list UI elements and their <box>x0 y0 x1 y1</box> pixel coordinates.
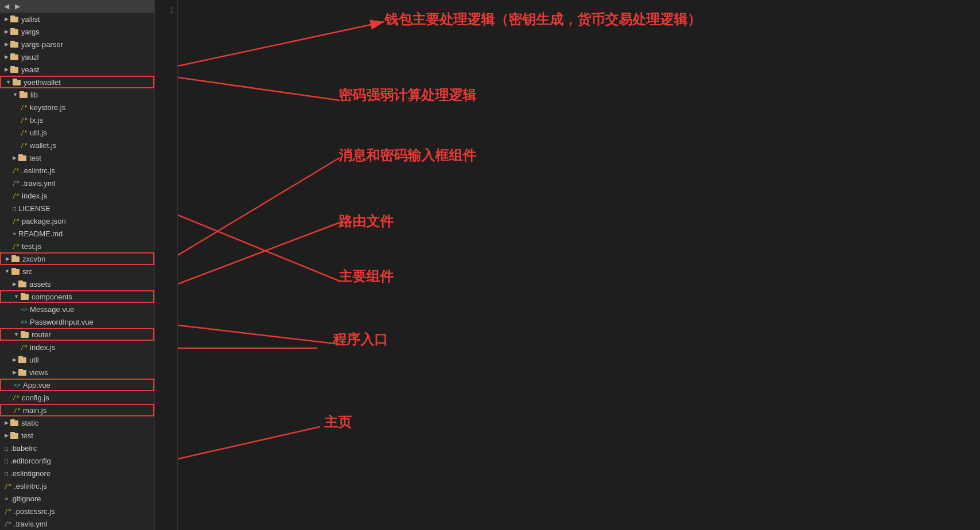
item-label: .gitignore <box>10 494 41 503</box>
annotation-label6: 程序入口 <box>333 330 388 349</box>
sidebar-item-yallist[interactable]: ▶ yallist <box>0 13 154 25</box>
sidebar-item-keystore-js[interactable]: /*keystore.js <box>0 101 154 114</box>
sidebar-item-gitignore[interactable]: ≡.gitignore <box>0 492 154 505</box>
svg-line-3 <box>178 223 340 284</box>
item-label: test <box>29 154 41 162</box>
item-label: index.js <box>30 343 55 352</box>
item-label: .travis.yml <box>22 179 56 188</box>
annotation-arrows-svg <box>178 0 980 530</box>
item-label: yoethwallet <box>24 78 61 87</box>
item-label: main.js <box>23 406 46 415</box>
item-label: yargs <box>21 28 40 36</box>
item-label: index.js <box>22 192 47 200</box>
svg-line-5 <box>178 325 340 344</box>
sidebar-item-views[interactable]: ▶ views <box>0 366 154 379</box>
sidebar-item-license[interactable]: □LICENSE <box>0 202 154 215</box>
annotation-label5: 主要组件 <box>339 267 394 286</box>
sidebar-item-router-index-js[interactable]: /*index.js <box>0 341 154 353</box>
item-label: src <box>22 267 32 276</box>
annotation-label2: 密码强弱计算处理逻辑 <box>339 86 476 104</box>
sidebar-item-app-vue[interactable]: <>App.vue <box>0 379 154 391</box>
sidebar-item-yargs-parser[interactable]: ▶ yargs-parser <box>0 38 154 50</box>
sidebar-item-eslintrc-js2[interactable]: /*.eslintrc.js <box>0 480 154 492</box>
sidebar-item-util-js[interactable]: /*util.js <box>0 126 154 139</box>
file-tree-sidebar[interactable]: ◀ ▶ ▶ yallist▶ yargs▶ yargs-parser▶ yauz… <box>0 0 155 530</box>
line-numbers: 1 <box>155 0 178 530</box>
svg-line-2 <box>178 158 340 255</box>
svg-line-1 <box>178 77 340 100</box>
sidebar-item-router[interactable]: ▼ router <box>0 328 154 341</box>
item-label: zxcvbn <box>22 255 45 263</box>
item-label: PasswordInput.vue <box>30 318 94 326</box>
item-label: wallet.js <box>30 141 56 150</box>
sidebar-item-wallet-js[interactable]: /*wallet.js <box>0 139 154 151</box>
sidebar-item-eslintrc-js[interactable]: /*.eslintrc.js <box>0 164 154 177</box>
sidebar-item-yeast[interactable]: ▶ yeast <box>0 63 154 76</box>
annotation-label4: 路由文件 <box>339 212 394 231</box>
sidebar-item-test-js[interactable]: /*test.js <box>0 240 154 252</box>
item-label: LICENSE <box>18 204 50 213</box>
sidebar-item-editorconfig[interactable]: □.editorconfig <box>0 454 154 467</box>
navigation-arrows: ◀ ▶ <box>0 0 155 13</box>
editor-area: 1 <box>155 0 980 530</box>
sidebar-item-src[interactable]: ▼ src <box>0 265 154 278</box>
sidebar-item-tx-js[interactable]: /*tx.js <box>0 114 154 126</box>
sidebar-item-travis-yml2[interactable]: /*.travis.yml <box>0 517 154 530</box>
sidebar-item-main-js[interactable]: /*main.js <box>0 404 154 416</box>
sidebar-item-yoethwallet[interactable]: ▼ yoethwallet <box>0 76 154 88</box>
item-label: components <box>32 293 72 301</box>
annotation-label7: 主页 <box>324 413 352 431</box>
item-label: yargs-parser <box>21 40 63 49</box>
item-label: package.json <box>22 217 66 225</box>
sidebar-item-babelrc[interactable]: □.babelrc <box>0 442 154 454</box>
item-label: App.vue <box>23 381 50 389</box>
sidebar-item-eslintignore[interactable]: □.eslintignore <box>0 467 154 480</box>
sidebar-item-zxcvbn[interactable]: ▶ zxcvbn <box>0 252 154 265</box>
tree-container: ▶ yallist▶ yargs▶ yargs-parser▶ yauzl▶ y… <box>0 13 154 530</box>
item-label: .eslintrc.js <box>14 482 47 490</box>
sidebar-item-yauzl[interactable]: ▶ yauzl <box>0 50 154 63</box>
sidebar-item-travis-yml[interactable]: /*.travis.yml <box>0 177 154 189</box>
item-label: util <box>29 356 39 364</box>
forward-arrow[interactable]: ▶ <box>13 2 22 10</box>
svg-line-0 <box>178 22 384 66</box>
sidebar-item-postcssrc-js[interactable]: /*.postcssrc.js <box>0 505 154 517</box>
item-label: util.js <box>30 128 47 137</box>
back-arrow[interactable]: ◀ <box>2 2 11 10</box>
item-label: yeast <box>21 65 39 74</box>
sidebar-item-test[interactable]: ▶ test <box>0 151 154 164</box>
item-label: .babelrc <box>10 444 37 453</box>
sidebar-item-lib[interactable]: ▼ lib <box>0 88 154 101</box>
sidebar-item-util[interactable]: ▶ util <box>0 353 154 366</box>
sidebar-item-assets[interactable]: ▶ assets <box>0 278 154 290</box>
sidebar-item-package-json[interactable]: /*package.json <box>0 215 154 227</box>
item-label: test <box>21 431 33 440</box>
item-label: README.md <box>18 229 63 238</box>
item-label: lib <box>30 91 38 99</box>
sidebar-item-yargs[interactable]: ▶ yargs <box>0 25 154 38</box>
annotation-label3: 消息和密码输入框组件 <box>339 146 476 165</box>
item-label: .postcssrc.js <box>14 507 55 516</box>
sidebar-item-test2[interactable]: ▶ test <box>0 429 154 442</box>
editor-content: 钱包主要处理逻辑（密钥生成，货币交易处理逻辑） 密码强弱计算处理逻辑 消息和密码… <box>178 0 980 530</box>
item-label: .eslintrc.js <box>22 166 55 175</box>
annotations-layer: 钱包主要处理逻辑（密钥生成，货币交易处理逻辑） 密码强弱计算处理逻辑 消息和密码… <box>178 0 980 530</box>
sidebar-item-components[interactable]: ▼ components <box>0 290 154 303</box>
sidebar-item-readme-md[interactable]: ≡README.md <box>0 227 154 240</box>
item-label: Message.vue <box>30 305 74 314</box>
annotation-label1: 钱包主要处理逻辑（密钥生成，货币交易处理逻辑） <box>384 10 701 29</box>
item-label: views <box>29 368 48 377</box>
item-label: test.js <box>22 242 41 251</box>
svg-line-4 <box>178 215 340 281</box>
sidebar-item-config-js[interactable]: /*config.js <box>0 391 154 404</box>
item-label: yauzl <box>21 53 38 61</box>
sidebar-item-static[interactable]: ▶ static <box>0 416 154 429</box>
svg-line-7 <box>178 427 320 459</box>
sidebar-item-index-js[interactable]: /*index.js <box>0 189 154 202</box>
sidebar-item-message-vue[interactable]: <>Message.vue <box>0 303 154 315</box>
item-label: .editorconfig <box>10 457 51 465</box>
sidebar-item-passwordinput-vue[interactable]: <>PasswordInput.vue <box>0 315 154 328</box>
item-label: static <box>21 419 38 427</box>
item-label: .eslintignore <box>10 469 50 478</box>
item-label: keystore.js <box>30 103 65 112</box>
